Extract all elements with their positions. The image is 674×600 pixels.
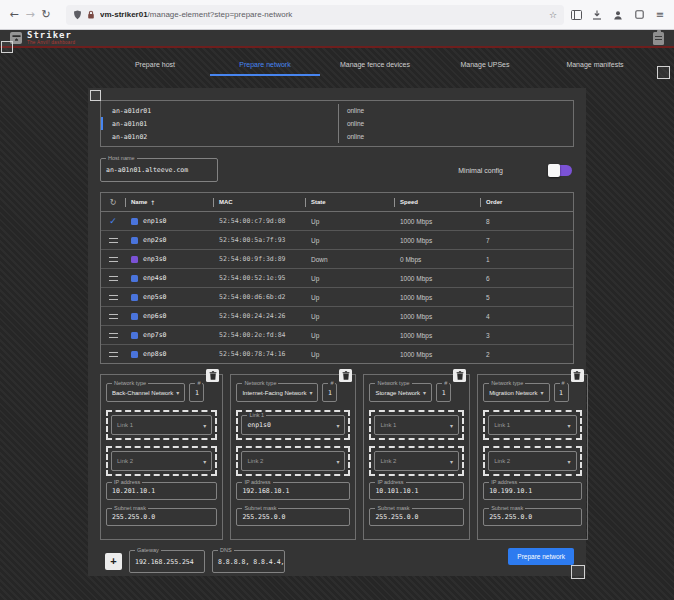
link2-dropzone[interactable]: Link 2▾: [236, 446, 350, 476]
network-sequence-field[interactable]: # 1: [436, 383, 451, 402]
host-status: online: [338, 130, 573, 143]
tab-prepare-host[interactable]: Prepare host: [100, 50, 210, 79]
delete-network-button[interactable]: [339, 369, 352, 382]
column-mac[interactable]: MAC: [213, 198, 305, 207]
drag-handle-icon[interactable]: [109, 295, 118, 300]
host-row-an-a01n01[interactable]: an-a01n01 online: [101, 117, 573, 130]
column-state[interactable]: State: [305, 198, 394, 207]
network-sequence-field[interactable]: # 1: [554, 383, 569, 402]
interface-name: enp2s0: [143, 236, 166, 244]
link2-select[interactable]: Link 2▾: [111, 451, 212, 471]
ip-address-field[interactable]: IP address 192.168.10.1: [236, 482, 350, 500]
network-type-select[interactable]: Network type Back-Channel Network▾: [106, 383, 185, 402]
delete-network-button[interactable]: [571, 369, 584, 382]
sidebar-icon[interactable]: [570, 9, 582, 21]
shield-icon[interactable]: [73, 10, 82, 20]
subnet-mask-field[interactable]: Subnet mask 255.255.0.0: [483, 508, 581, 526]
host-name: an-a01n01: [112, 120, 338, 128]
host-name-label: Host name: [106, 155, 137, 162]
selected-check-icon[interactable]: ✓: [109, 217, 117, 226]
host-status: online: [338, 104, 573, 117]
drag-handle-icon[interactable]: [109, 314, 118, 319]
bookmark-star-icon[interactable]: ☆: [549, 10, 557, 20]
column-speed[interactable]: Speed: [394, 198, 480, 207]
tab-manage-fence-devices[interactable]: Manage fence devices: [320, 50, 430, 79]
interface-checkbox[interactable]: [131, 332, 138, 339]
link1-dropzone[interactable]: Link 1▾: [106, 410, 217, 440]
ip-address-field[interactable]: IP address 10.101.10.1: [369, 482, 464, 500]
prepare-network-button[interactable]: Prepare network: [508, 548, 574, 565]
interface-mac: 52:54:00:52:1e:95: [213, 274, 305, 282]
menu-icon[interactable]: ≡: [654, 9, 666, 21]
link2-dropzone[interactable]: Link 2▾: [369, 446, 464, 476]
server-list-icon[interactable]: [653, 32, 664, 45]
link1-select[interactable]: Link 1▾: [488, 415, 576, 435]
lock-icon[interactable]: [87, 10, 95, 20]
tab-manage-upses[interactable]: Manage UPSes: [430, 50, 540, 79]
subnet-mask-field[interactable]: Subnet mask 255.255.0.0: [236, 508, 350, 526]
link1-dropzone[interactable]: Link 1▾: [483, 410, 581, 440]
drag-handle-icon[interactable]: [109, 257, 118, 262]
column-order[interactable]: Order: [480, 198, 573, 207]
refresh-icon[interactable]: ↻: [110, 198, 117, 207]
tab-prepare-network[interactable]: Prepare network: [210, 50, 320, 79]
table-row-enp3s0: enp3s0 52:54:00:9f:3d:89 Down 0 Mbps 1: [101, 249, 573, 268]
link2-select[interactable]: Link 2▾: [488, 451, 576, 471]
drag-handle-icon[interactable]: [109, 352, 118, 357]
network-type-label: Network type: [242, 380, 278, 387]
host-name-field[interactable]: Host name an-a01n01.alteeve.com: [100, 158, 218, 182]
extensions-icon[interactable]: [633, 9, 645, 21]
network-sequence-field[interactable]: # 1: [322, 383, 337, 402]
link1-select[interactable]: Link 1▾: [111, 415, 212, 435]
link1-dropzone[interactable]: Link 1 enp1s0▾: [236, 410, 350, 440]
reload-icon[interactable]: ↻: [38, 0, 54, 30]
interface-checkbox[interactable]: [131, 294, 138, 301]
network-type-select[interactable]: Network type Migration Network▾: [483, 383, 549, 402]
link1-select[interactable]: Link 1 enp1s0▾: [241, 415, 345, 435]
dns-field[interactable]: DNS 8.8.8.8, 8.8.4.4, 192.168.25: [212, 550, 285, 573]
link2-dropzone[interactable]: Link 2▾: [483, 446, 581, 476]
back-icon[interactable]: ←: [6, 0, 22, 30]
link2-dropzone[interactable]: Link 2▾: [106, 446, 217, 476]
delete-network-button[interactable]: [453, 369, 466, 382]
interface-checkbox[interactable]: [131, 218, 138, 225]
subnet-mask-field[interactable]: Subnet mask 255.255.0.0: [369, 508, 464, 526]
subnet-mask-field[interactable]: Subnet mask 255.255.0.0: [106, 508, 217, 526]
ip-address-field[interactable]: IP address 10.199.10.1: [483, 482, 581, 500]
network-type-select[interactable]: Network type Storage Network▾: [369, 383, 432, 402]
ip-address-field[interactable]: IP address 10.201.10.1: [106, 482, 217, 500]
gateway-field[interactable]: Gateway 192.168.255.254: [129, 550, 205, 573]
forward-icon[interactable]: →: [22, 0, 38, 30]
interface-checkbox[interactable]: [131, 275, 138, 282]
interface-checkbox[interactable]: [131, 237, 138, 244]
interface-checkbox[interactable]: [131, 313, 138, 320]
url-bar[interactable]: vm-striker01/manage-element?step=prepare…: [66, 5, 564, 25]
subnet-mask-label: Subnet mask: [375, 505, 411, 512]
column-name[interactable]: Name↑: [125, 198, 213, 207]
link2-placeholder: Link 2: [380, 458, 396, 464]
network-type-select[interactable]: Network type Internet-Facing Network▾: [236, 383, 318, 402]
host-row-an-a01n02[interactable]: an-a01n02 online: [101, 130, 573, 143]
url-path: /manage-element?step=prepare-network: [148, 10, 293, 19]
delete-network-button[interactable]: [206, 369, 219, 382]
link1-dropzone[interactable]: Link 1▾: [369, 410, 464, 440]
link2-select[interactable]: Link 2▾: [374, 451, 459, 471]
account-icon[interactable]: [612, 9, 624, 21]
add-network-button[interactable]: +: [105, 553, 122, 570]
minimal-config-toggle[interactable]: [549, 165, 572, 176]
network-sequence-field[interactable]: # 1: [189, 383, 204, 402]
link2-select[interactable]: Link 2▾: [241, 451, 345, 471]
drag-handle-icon[interactable]: [109, 238, 118, 243]
link1-select[interactable]: Link 1▾: [374, 415, 459, 435]
gateway-value: 192.168.255.254: [130, 551, 204, 572]
download-icon[interactable]: [591, 9, 603, 21]
drag-handle-icon[interactable]: [109, 333, 118, 338]
host-row-an-a01dr01[interactable]: an-a01dr01 online: [101, 104, 573, 117]
table-row-enp4s0: enp4s0 52:54:00:52:1e:95 Up 1000 Mbps 6: [101, 268, 573, 287]
drag-handle-icon[interactable]: [109, 276, 118, 281]
interface-checkbox[interactable]: [131, 351, 138, 358]
tab-manage-manifests[interactable]: Manage manifests: [540, 50, 650, 79]
url-text: vm-striker01/manage-element?step=prepare…: [100, 10, 544, 19]
interface-checkbox[interactable]: [131, 256, 138, 263]
host-name: an-a01n02: [112, 133, 338, 141]
